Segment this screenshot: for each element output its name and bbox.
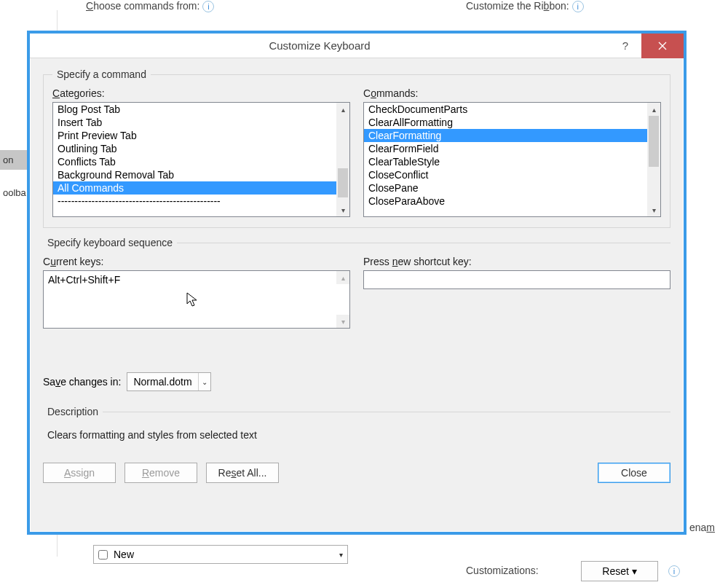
scroll-up-icon[interactable]: ▴ bbox=[336, 271, 349, 284]
titlebar: Customize Keyboard ? bbox=[30, 34, 684, 58]
list-item[interactable]: Conflicts Tab bbox=[53, 155, 336, 168]
list-item[interactable]: All Commands bbox=[53, 181, 336, 195]
dialog-content: Specify a command Categories: Blog Post … bbox=[30, 58, 684, 493]
scroll-thumb[interactable] bbox=[649, 116, 659, 167]
commands-label: Commands: bbox=[363, 87, 661, 99]
description-legend: Description bbox=[43, 406, 103, 417]
list-item[interactable]: Background Removal Tab bbox=[53, 168, 336, 181]
save-changes-value: Normal.dotm bbox=[133, 376, 191, 388]
press-new-label: Press new shortcut key: bbox=[363, 256, 670, 267]
list-item[interactable]: Print Preview Tab bbox=[53, 129, 336, 142]
info-icon: i bbox=[572, 1, 584, 12]
scroll-down-icon[interactable]: ▾ bbox=[647, 203, 660, 216]
bg-rename-fragment: enam bbox=[689, 522, 715, 533]
chevron-down-icon: ⌄ bbox=[202, 378, 207, 386]
specify-sequence-group: Specify keyboard sequence Current keys: … bbox=[43, 237, 670, 394]
list-item[interactable]: ClosePane bbox=[364, 181, 647, 195]
close-button[interactable] bbox=[641, 34, 684, 58]
close-icon bbox=[658, 42, 667, 50]
info-icon: i bbox=[202, 1, 214, 12]
current-keys-list[interactable]: Alt+Ctrl+Shift+F ▴ ▾ bbox=[43, 270, 350, 329]
list-item[interactable]: CloseConflict bbox=[364, 168, 647, 181]
customize-keyboard-dialog: Customize Keyboard ? Specify a command C… bbox=[27, 31, 687, 535]
list-item[interactable]: ClearFormatting bbox=[364, 129, 647, 142]
list-item[interactable]: ClearAllFormatting bbox=[364, 116, 647, 129]
list-item[interactable]: Blog Post Tab bbox=[53, 103, 336, 116]
reset-all-button[interactable]: Reset All... bbox=[206, 463, 279, 483]
bg-new-dropdown[interactable]: New ▾ bbox=[93, 545, 348, 564]
close-dialog-button[interactable]: Close bbox=[598, 463, 670, 483]
scroll-down-icon[interactable]: ▾ bbox=[336, 203, 349, 216]
help-button[interactable]: ? bbox=[609, 39, 641, 52]
list-item[interactable]: ClearFormField bbox=[364, 142, 647, 155]
new-shortcut-input[interactable] bbox=[363, 270, 670, 289]
assign-button[interactable]: Assign bbox=[43, 463, 116, 483]
specify-command-legend: Specify a command bbox=[52, 68, 151, 80]
chevron-down-icon: ▾ bbox=[339, 551, 343, 559]
scrollbar[interactable]: ▴ ▾ bbox=[336, 103, 349, 216]
scroll-up-icon[interactable]: ▴ bbox=[647, 103, 660, 116]
list-item[interactable]: ClearTableStyle bbox=[364, 155, 647, 168]
scroll-up-icon[interactable]: ▴ bbox=[336, 103, 349, 116]
dialog-title: Customize Keyboard bbox=[30, 39, 609, 52]
scrollbar[interactable]: ▴ ▾ bbox=[336, 271, 349, 328]
current-keys-value: Alt+Ctrl+Shift+F bbox=[44, 271, 349, 288]
categories-listbox[interactable]: Blog Post TabInsert TabPrint Preview Tab… bbox=[52, 102, 350, 217]
bg-new-label: New bbox=[114, 549, 134, 560]
list-item[interactable]: ----------------------------------------… bbox=[53, 195, 336, 208]
scroll-thumb[interactable] bbox=[338, 168, 348, 197]
list-item[interactable]: CheckDocumentParts bbox=[364, 103, 647, 116]
categories-label: Categories: bbox=[52, 87, 350, 99]
list-item[interactable]: Outlining Tab bbox=[53, 142, 336, 155]
remove-button[interactable]: Remove bbox=[124, 463, 197, 483]
bg-reset-button[interactable]: Reset ▾ bbox=[581, 561, 658, 581]
description-group: Description Clears formatting and styles… bbox=[43, 406, 670, 444]
description-text: Clears formatting and styles from select… bbox=[47, 429, 670, 441]
choose-commands-label: CChoose commands from:hoose commands fro… bbox=[86, 0, 214, 12]
scroll-down-icon[interactable]: ▾ bbox=[336, 315, 349, 328]
save-changes-select[interactable]: Normal.dotm ⌄ bbox=[127, 372, 210, 391]
bg-new-checkbox[interactable] bbox=[98, 550, 108, 560]
list-item[interactable]: CloseParaAbove bbox=[364, 195, 647, 208]
list-item[interactable]: Insert Tab bbox=[53, 116, 336, 129]
scrollbar[interactable]: ▴ ▾ bbox=[647, 103, 660, 216]
specify-command-group: Specify a command Categories: Blog Post … bbox=[43, 68, 670, 228]
customize-ribbon-label: Customize the Ribbon:i bbox=[466, 0, 584, 12]
customizations-label: Customizations: bbox=[466, 565, 539, 576]
info-icon: i bbox=[668, 565, 680, 577]
current-keys-label: Current keys: bbox=[43, 256, 350, 267]
commands-listbox[interactable]: CheckDocumentPartsClearAllFormattingClea… bbox=[363, 102, 661, 217]
specify-sequence-legend: Specify keyboard sequence bbox=[43, 237, 177, 248]
save-changes-label: Save changes in: bbox=[43, 376, 121, 388]
